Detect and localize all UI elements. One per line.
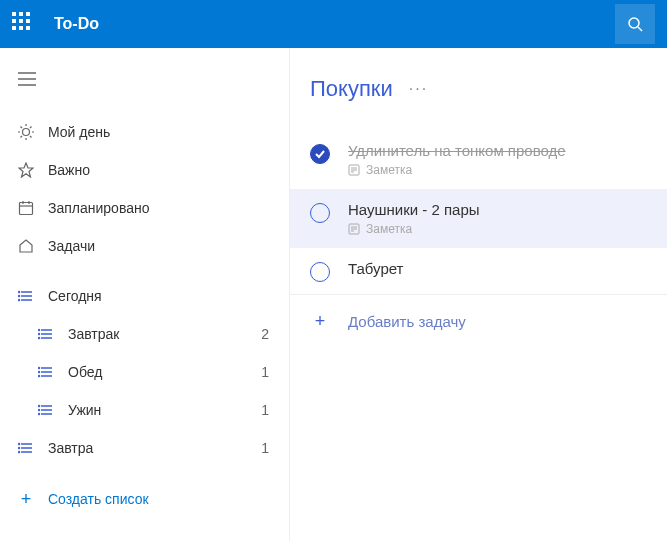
list-icon [16, 438, 36, 458]
svg-point-29 [39, 334, 40, 335]
sidebar-item-count: 1 [261, 364, 269, 380]
task-title: Удлинитель на тонком проводе [348, 142, 647, 159]
svg-point-5 [23, 129, 30, 136]
list-icon [36, 400, 56, 420]
svg-point-24 [19, 300, 20, 301]
task-checkbox[interactable] [310, 203, 330, 223]
svg-line-11 [30, 136, 32, 138]
task-row[interactable]: Удлинитель на тонком проводе Заметка [290, 130, 667, 189]
new-list-button[interactable]: + Создать список [0, 477, 289, 521]
task-title: Табурет [348, 260, 647, 277]
list-icon [16, 286, 36, 306]
app-launcher-icon[interactable] [12, 12, 36, 36]
search-button[interactable] [615, 4, 655, 44]
svg-point-23 [19, 296, 20, 297]
svg-point-46 [19, 444, 20, 445]
note-icon [348, 223, 360, 235]
sidebar-item-myday[interactable]: Мой день [0, 113, 289, 151]
svg-point-41 [39, 410, 40, 411]
svg-point-30 [39, 338, 40, 339]
sidebar: Мой день Важно Запланировано Задачи С [0, 48, 290, 541]
svg-point-40 [39, 406, 40, 407]
sidebar-item-count: 1 [261, 402, 269, 418]
sidebar-item-planned[interactable]: Запланировано [0, 189, 289, 227]
sidebar-item-label: Запланировано [48, 200, 273, 216]
svg-line-13 [30, 127, 32, 129]
list-title[interactable]: Покупки [310, 76, 393, 102]
sidebar-item-label: Завтра [48, 440, 261, 456]
task-note: Заметка [348, 163, 647, 177]
svg-point-0 [629, 18, 639, 28]
svg-line-12 [21, 136, 23, 138]
star-icon [16, 160, 36, 180]
task-title: Наушники - 2 пары [348, 201, 647, 218]
calendar-icon [16, 198, 36, 218]
sidebar-item-label: Обед [68, 364, 261, 380]
task-note: Заметка [348, 222, 647, 236]
sidebar-item-label: Завтрак [68, 326, 261, 342]
list-icon [36, 324, 56, 344]
check-icon [314, 148, 326, 160]
sidebar-item-important[interactable]: Важно [0, 151, 289, 189]
sidebar-item-label: Сегодня [48, 288, 273, 304]
sidebar-item-today[interactable]: Сегодня [0, 277, 289, 315]
svg-point-22 [19, 292, 20, 293]
task-row[interactable]: Табурет [290, 248, 667, 294]
plus-icon: + [310, 311, 330, 331]
svg-marker-14 [19, 163, 33, 177]
list-more-button[interactable]: ··· [409, 80, 428, 98]
sidebar-item-label: Ужин [68, 402, 261, 418]
sidebar-item-count: 1 [261, 440, 269, 456]
list-icon [36, 362, 56, 382]
home-icon [16, 236, 36, 256]
sidebar-item-breakfast[interactable]: Завтрак 2 [0, 315, 289, 353]
sidebar-item-label: Важно [48, 162, 273, 178]
svg-point-48 [19, 452, 20, 453]
note-icon [348, 164, 360, 176]
new-list-label: Создать список [48, 491, 149, 507]
task-checkbox[interactable] [310, 144, 330, 164]
task-row[interactable]: Наушники - 2 пары Заметка [290, 189, 667, 248]
search-icon [627, 16, 643, 32]
svg-point-42 [39, 414, 40, 415]
sidebar-item-tomorrow[interactable]: Завтра 1 [0, 429, 289, 467]
svg-point-36 [39, 376, 40, 377]
sun-icon [16, 122, 36, 142]
app-title: To-Do [54, 15, 615, 33]
svg-point-28 [39, 330, 40, 331]
svg-point-47 [19, 448, 20, 449]
sidebar-item-tasks[interactable]: Задачи [0, 227, 289, 265]
add-task-label: Добавить задачу [348, 313, 466, 330]
svg-point-35 [39, 372, 40, 373]
sidebar-toggle[interactable] [0, 66, 289, 113]
app-header: To-Do [0, 0, 667, 48]
svg-line-10 [21, 127, 23, 129]
svg-rect-15 [20, 203, 33, 215]
main-pane: Покупки ··· Удлинитель на тонком проводе… [290, 48, 667, 541]
svg-line-1 [638, 27, 642, 31]
svg-point-34 [39, 368, 40, 369]
sidebar-item-label: Задачи [48, 238, 273, 254]
add-task-button[interactable]: + Добавить задачу [290, 295, 667, 347]
sidebar-item-lunch[interactable]: Обед 1 [0, 353, 289, 391]
task-checkbox[interactable] [310, 262, 330, 282]
plus-icon: + [16, 489, 36, 509]
sidebar-item-count: 2 [261, 326, 269, 342]
hamburger-icon [18, 72, 36, 86]
sidebar-item-label: Мой день [48, 124, 273, 140]
sidebar-item-dinner[interactable]: Ужин 1 [0, 391, 289, 429]
